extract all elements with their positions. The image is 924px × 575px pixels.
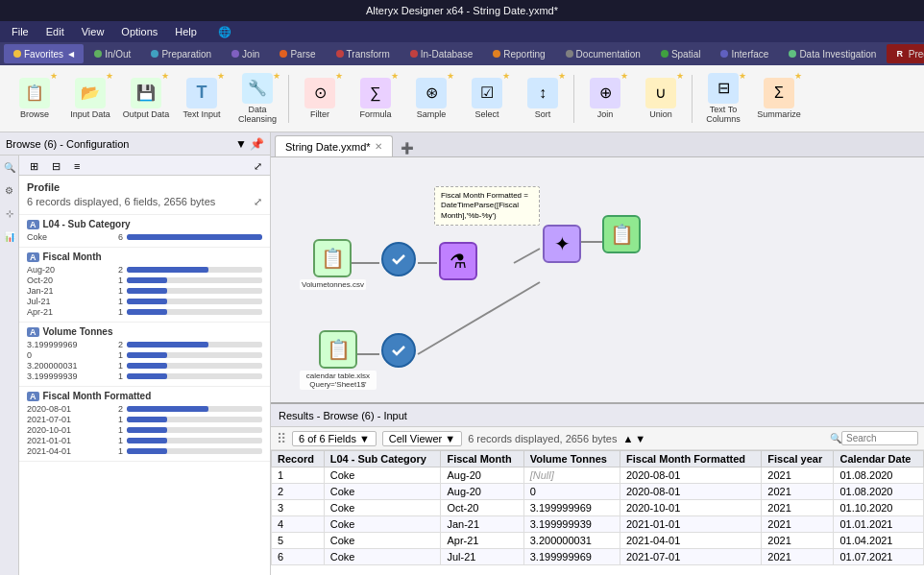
lptab-grid1[interactable]: ⊞ — [23, 157, 45, 175]
menu-view[interactable]: View — [74, 24, 112, 39]
profile-expand-icon[interactable]: ⤢ — [254, 196, 262, 208]
toolbar-sep3 — [692, 75, 693, 123]
table-cell: Coke — [324, 500, 441, 516]
field-group-fiscalmonth: A Fiscal Month Aug-20 2 Oct-20 1 — [19, 248, 270, 323]
cattab-join[interactable]: Join — [222, 44, 269, 63]
sort-asc-icon[interactable]: ▲ — [622, 433, 633, 444]
cattab-spatial[interactable]: Spatial — [651, 44, 711, 63]
node-calendar[interactable]: 📋 calendar table.xlsx Query='Sheet1$' — [300, 330, 377, 390]
menu-file[interactable]: File — [4, 24, 36, 39]
node-formula2[interactable]: ⚗ — [439, 242, 477, 280]
table-cell: Apr-21 — [441, 533, 523, 549]
leftpanel-collapse-icon[interactable]: ▼ — [235, 137, 247, 151]
tool-datacleansing[interactable]: 🔧 Data Cleansing ★ — [231, 69, 284, 129]
node-volumetonnes[interactable]: 📋 Volumetonnes.csv — [300, 239, 366, 290]
cattab-parse[interactable]: Parse — [270, 44, 325, 63]
cell-viewer-btn[interactable]: Cell Viewer ▼ — [382, 431, 462, 446]
lptab-grid3[interactable]: ≡ — [67, 157, 86, 175]
tool-union[interactable]: ∪ Union ★ — [634, 69, 688, 129]
table-cell: 01.01.2021 — [834, 516, 924, 533]
profile-info: 6 records displayed, 6 fields, 2656 byte… — [27, 196, 262, 207]
menu-edit[interactable]: Edit — [38, 24, 72, 39]
tool-browse[interactable]: 📋 Browse ★ — [8, 69, 61, 129]
canvas-tab-close[interactable]: ✕ — [375, 141, 382, 152]
search-icon: 🔍 — [830, 433, 841, 443]
node-browse[interactable]: 📋 — [602, 215, 641, 253]
table-cell: 5 — [272, 533, 325, 549]
svg-line-3 — [514, 249, 540, 263]
cattab-favorites[interactable]: Favorites ◀ — [4, 44, 84, 63]
table-cell: 01.07.2021 — [834, 549, 924, 565]
tool-sort[interactable]: ↕ Sort ★ — [516, 69, 570, 129]
tool-select[interactable]: ☑ Select ★ — [460, 69, 514, 129]
col-calendardate[interactable]: Calendar Date — [834, 451, 924, 467]
tool-texttocolumns[interactable]: ⊟ Text To Columns ★ — [696, 69, 750, 129]
table-cell: 3.200000031 — [523, 533, 620, 549]
formula-label-box: Fiscal Month Formatted = DateTimeParse([… — [434, 186, 540, 226]
cattab-inout[interactable]: In/Out — [85, 44, 140, 63]
canvas-area[interactable]: 📋 Volumetonnes.csv ⚗ Fiscal Month Format… — [271, 157, 924, 402]
tool-summarize[interactable]: Σ Summarize ★ — [752, 69, 806, 129]
sort-desc-icon[interactable]: ▼ — [635, 433, 645, 444]
leftpanel-header: Browse (6) - Configuration ▼ 📌 — [0, 132, 270, 156]
cattab-transform[interactable]: Transform — [327, 44, 400, 63]
right-panel: String Date.yxmd* ✕ ➕ — [271, 132, 924, 575]
sidebar-icon-chart[interactable]: 📊 — [2, 228, 17, 244]
toolbar: 📋 Browse ★ 📂 Input Data ★ 💾 Output Data … — [0, 65, 924, 132]
field-name-volume: Volume Tonnes — [43, 326, 113, 337]
tool-filter[interactable]: ⊙ Filter ★ — [293, 69, 347, 129]
table-cell: 3.199999939 — [523, 516, 620, 533]
title-bar: Alteryx Designer x64 - String Date.yxmd* — [0, 0, 924, 21]
table-row: 6CokeJul-213.1999999692021-07-01202101.0… — [272, 549, 924, 565]
sidebar-icon-filter[interactable]: ⊹ — [2, 205, 17, 221]
tool-sample[interactable]: ⊛ Sample ★ — [404, 69, 458, 129]
col-fiscalyear[interactable]: Fiscal year — [762, 451, 834, 467]
cattab-documentation[interactable]: Documentation — [556, 44, 650, 63]
results-panel: Results - Browse (6) - Input ⠿ 6 of 6 Fi… — [271, 402, 924, 575]
tool-textinput[interactable]: T Text Input ★ — [175, 69, 229, 129]
table-cell: Coke — [324, 467, 441, 484]
col-record[interactable]: Record — [272, 451, 325, 467]
svg-line-6 — [418, 282, 540, 354]
lptab-grid2[interactable]: ⊟ — [45, 157, 67, 175]
tool-join[interactable]: ⊕ Join ★ — [578, 69, 632, 129]
canvas-tab-stringdate[interactable]: String Date.yxmd* ✕ — [275, 135, 393, 156]
node-join[interactable]: ✦ — [543, 225, 581, 263]
menu-globe[interactable]: 🌐 — [210, 24, 239, 40]
col-subcategory[interactable]: L04 - Sub Category — [324, 451, 441, 467]
leftpanel-title: Browse (6) - Configuration — [6, 138, 129, 150]
node-check2[interactable] — [381, 333, 416, 368]
table-cell: 2021 — [762, 500, 834, 516]
tool-outputdata[interactable]: 💾 Output Data ★ — [119, 69, 173, 129]
cattab-reporting[interactable]: Reporting — [483, 44, 554, 63]
tool-formula[interactable]: ∑ Formula ★ — [349, 69, 402, 129]
node-formula1[interactable] — [381, 242, 416, 276]
table-cell: 2 — [272, 484, 325, 500]
toolbar-sep1 — [288, 75, 289, 123]
search-input[interactable] — [841, 431, 918, 445]
table-cell: 2021-07-01 — [620, 549, 761, 565]
col-fiscalmonth[interactable]: Fiscal Month — [441, 451, 523, 467]
sidebar-icon-search[interactable]: 🔍 — [2, 159, 17, 175]
cattab-preparation[interactable]: Preparation — [141, 44, 221, 63]
menu-options[interactable]: Options — [113, 24, 165, 39]
lptab-expand[interactable]: ⤢ — [249, 157, 266, 175]
table-cell: 3.199999969 — [523, 549, 620, 565]
menu-help[interactable]: Help — [167, 24, 205, 39]
leftpanel-pin-icon[interactable]: 📌 — [250, 137, 264, 151]
col-volumetonnes[interactable]: Volume Tonnes — [523, 451, 620, 467]
col-fmformatted[interactable]: Fiscal Month Formatted — [620, 451, 761, 467]
leftpanel-tabs: ⊞ ⊟ ≡ ⤢ — [19, 156, 270, 176]
title-text: Alteryx Designer x64 - String Date.yxmd* — [366, 5, 558, 16]
left-panel: Browse (6) - Configuration ▼ 📌 🔍 ⚙ ⊹ 📊 ⊞… — [0, 132, 271, 575]
tool-inputdata[interactable]: 📂 Input Data ★ — [63, 69, 117, 129]
fields-selector[interactable]: 6 of 6 Fields ▼ — [292, 431, 377, 446]
menu-bar: File Edit View Options Help 🌐 — [0, 21, 924, 42]
cattab-indatabase[interactable]: In-Database — [401, 44, 482, 63]
cattab-interface[interactable]: Interface — [711, 44, 778, 63]
cattab-predictive[interactable]: R Predictive — [887, 44, 924, 63]
table-cell: 2021-01-01 — [620, 516, 761, 533]
cattab-datainvestigation[interactable]: Data Investigation — [779, 44, 886, 63]
canvas-tab-add[interactable]: ➕ — [395, 140, 420, 156]
sidebar-icon-settings[interactable]: ⚙ — [2, 182, 17, 198]
